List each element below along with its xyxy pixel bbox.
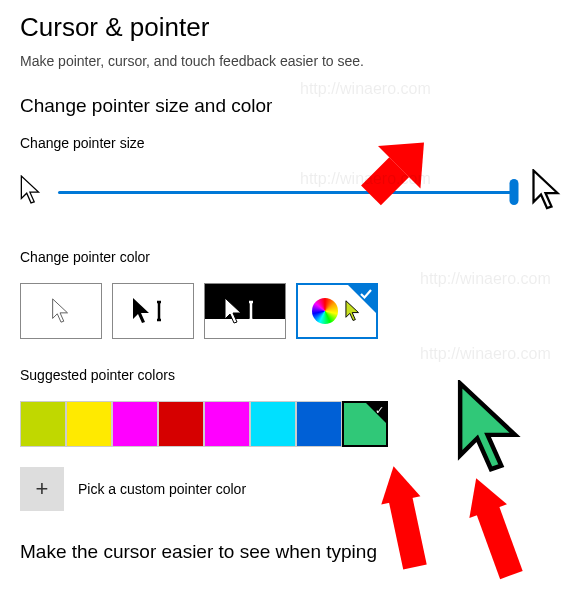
color-swatch-1[interactable] [66,401,112,447]
pick-custom-color-button[interactable]: + [20,467,64,511]
color-swatch-7[interactable] [342,401,388,447]
size-label: Change pointer size [20,135,564,151]
section-heading-size: Change pointer size and color [20,95,564,117]
pointer-size-slider[interactable] [58,180,514,204]
color-option-inverted[interactable] [204,283,286,339]
plus-icon: + [36,476,49,502]
color-swatch-4[interactable] [204,401,250,447]
color-swatch-6[interactable] [296,401,342,447]
suggested-swatch-row [20,401,564,447]
page-subtitle: Make pointer, cursor, and touch feedback… [20,53,564,69]
color-label: Change pointer color [20,249,564,265]
page-title: Cursor & pointer [20,12,564,43]
color-swatch-2[interactable] [112,401,158,447]
color-swatch-3[interactable] [158,401,204,447]
color-option-white[interactable] [20,283,102,339]
pointer-size-row [20,169,564,215]
cursor-large-icon [530,169,564,215]
pick-custom-color-label: Pick a custom pointer color [78,481,246,497]
watermark: http://winaero.com [420,345,551,363]
color-swatch-0[interactable] [20,401,66,447]
color-option-black[interactable] [112,283,194,339]
color-wheel-icon [312,298,338,324]
suggested-label: Suggested pointer colors [20,367,564,383]
section-heading-cursor: Make the cursor easier to see when typin… [20,541,564,563]
cursor-small-icon [20,175,42,209]
color-option-custom[interactable] [296,283,378,339]
slider-thumb[interactable] [510,179,519,205]
color-option-row [20,283,564,339]
color-swatch-5[interactable] [250,401,296,447]
